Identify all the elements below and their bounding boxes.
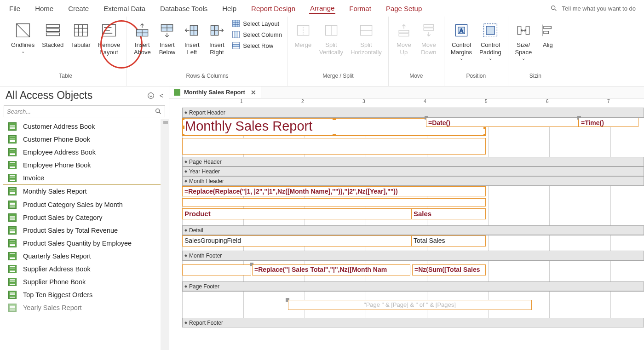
svg-rect-7 (74, 24, 87, 36)
sales-header[interactable]: Sales (411, 208, 486, 219)
svg-rect-6 (46, 33, 59, 35)
grouping-field[interactable]: SalesGroupingField (182, 235, 411, 247)
nav-item[interactable]: Product Category Sales by Month (0, 198, 169, 211)
nav-item[interactable]: Supplier Phone Book (0, 275, 169, 288)
nav-title: All Access Objects (6, 89, 144, 102)
section-year-header[interactable]: Year Header (182, 166, 644, 176)
size-space-button[interactable]: Size/ Space⌄ (512, 18, 535, 63)
menu-page-setup[interactable]: Page Setup (385, 3, 423, 14)
svg-line-3 (16, 24, 29, 37)
close-icon[interactable]: ✕ (251, 89, 256, 96)
svg-rect-44 (399, 34, 409, 36)
section-month-header[interactable]: Month Header (182, 176, 644, 186)
nav-item[interactable]: Product Sales Quantity by Employee (0, 237, 169, 250)
report-icon (8, 252, 17, 260)
control-padding-button[interactable]: Control Padding⌄ (477, 18, 504, 63)
menu-home[interactable]: Home (34, 3, 54, 14)
group-label-sizing: Sizin (529, 73, 541, 79)
pager-field[interactable]: "Page " & [Page] & " of " & [Pages] (288, 300, 532, 310)
nav-item[interactable]: Employee Phone Book (0, 159, 169, 172)
mf-sum-field[interactable]: =Nz(Sum([Total Sales (412, 264, 486, 275)
remove-layout-button[interactable]: Remove Layout (95, 18, 123, 57)
ribbon-group-position: AControl Margins⌄ Control Padding⌄ Posit… (444, 17, 508, 86)
ribbon-group-merge: Merge Split Vertically Split Horizontall… (288, 17, 389, 86)
align-button[interactable]: Alig (537, 18, 559, 51)
total-sales-field[interactable]: Total Sales (411, 235, 486, 247)
tab-monthly-sales[interactable]: Monthly Sales Report ✕ (169, 86, 261, 98)
merge-button[interactable]: Merge (292, 18, 315, 51)
nav-item[interactable]: Supplier Address Book (0, 263, 169, 275)
nav-item[interactable]: Quarterly Sales Report (0, 250, 169, 263)
nav-search-input[interactable] (7, 108, 155, 115)
move-up-button[interactable]: Move Up (392, 18, 415, 57)
insert-left-button[interactable]: Insert Left (180, 18, 203, 57)
control-margins-button[interactable]: AControl Margins⌄ (448, 18, 475, 63)
nav-item[interactable]: Invoice (0, 172, 169, 184)
nav-search[interactable] (4, 105, 165, 117)
group-label-rows: Rows & Columns (186, 73, 229, 79)
spacer-cell[interactable] (182, 198, 486, 207)
select-column-button[interactable]: Select Column (232, 30, 282, 39)
menu-database-tools[interactable]: Database Tools (159, 3, 208, 14)
nav-filter-icon[interactable] (147, 92, 155, 100)
design-surface: Monthly Sales Report ✕ 1 2 3 4 5 6 7 Rep… (169, 86, 644, 350)
section-month-footer[interactable]: Month Footer (182, 251, 644, 260)
tabular-button[interactable]: Tabular (68, 18, 93, 51)
month-formula[interactable]: =Replace(Replace("|1, |2","|1",Nz([Month… (182, 186, 486, 196)
section-report-header[interactable]: Report Header (182, 108, 644, 117)
report-icon (8, 161, 17, 169)
horizontal-ruler: 1 2 3 4 5 6 7 (182, 98, 644, 108)
time-field[interactable]: =Time() (579, 118, 638, 127)
tell-me[interactable]: Tell me what you want to do (550, 5, 636, 12)
nav-scrollbar[interactable]: ▲ (161, 119, 169, 350)
insert-right-button[interactable]: Insert Right (205, 18, 228, 57)
nav-item[interactable]: Customer Address Book (0, 120, 169, 133)
stacked-button[interactable]: Stacked (39, 18, 66, 51)
section-report-footer[interactable]: Report Footer (182, 318, 644, 327)
search-icon (550, 5, 558, 12)
svg-rect-4 (46, 24, 59, 27)
move-down-button[interactable]: Move Down (417, 18, 440, 57)
section-page-footer[interactable]: Page Footer (182, 281, 644, 291)
product-header[interactable]: Product (182, 208, 411, 219)
group-label-table: Table (59, 73, 72, 79)
svg-line-1 (555, 9, 556, 11)
menu-arrange[interactable]: Arrange (309, 2, 335, 14)
report-icon (8, 174, 17, 182)
mf-empty[interactable] (182, 264, 251, 275)
menu-bar: File Home Create External Data Database … (0, 0, 644, 17)
menu-file[interactable]: File (8, 3, 21, 14)
split-vertically-button[interactable]: Split Vertically (316, 18, 346, 57)
gridlines-button[interactable]: Gridlines⌄ (8, 18, 37, 56)
report-canvas[interactable]: Report Header Monthly Sales Report =Date… (182, 108, 644, 350)
svg-rect-53 (526, 26, 529, 34)
report-icon (8, 148, 17, 156)
menu-external-data[interactable]: External Data (103, 3, 146, 14)
insert-below-button[interactable]: Insert Below (155, 18, 178, 57)
nav-item[interactable]: Top Ten Biggest Orders (0, 288, 169, 301)
mf-replace-field[interactable]: =Replace("| Sales Total","|",Nz([Month N… (252, 264, 410, 275)
svg-point-0 (551, 6, 555, 10)
menu-report-design[interactable]: Report Design (250, 3, 296, 14)
nav-item[interactable]: Customer Phone Book (0, 133, 169, 146)
select-layout-button[interactable]: Select Layout (232, 19, 282, 28)
menu-help[interactable]: Help (221, 3, 237, 14)
svg-rect-5 (46, 29, 59, 31)
empty-cell[interactable] (182, 138, 486, 155)
section-detail[interactable]: Detail (182, 225, 644, 235)
select-row-button[interactable]: Select Row (232, 41, 282, 50)
insert-above-button[interactable]: Insert Above (131, 18, 154, 57)
nav-item[interactable]: Employee Address Book (0, 146, 169, 159)
report-icon (8, 201, 17, 209)
nav-item[interactable]: Product Sales by Category (0, 211, 169, 224)
section-page-header[interactable]: Page Header (182, 157, 644, 166)
group-label-merge: Merge / Split (322, 73, 353, 79)
nav-item[interactable]: Yearly Sales Report (0, 301, 169, 314)
split-horizontally-button[interactable]: Split Horizontally (348, 18, 385, 57)
menu-format[interactable]: Format (348, 3, 372, 14)
nav-item[interactable]: Product Sales by Total Revenue (0, 224, 169, 237)
date-field[interactable]: =Date() (426, 118, 579, 127)
menu-create[interactable]: Create (67, 3, 90, 14)
nav-collapse-icon[interactable]: < (160, 92, 163, 99)
nav-item-selected[interactable]: Monthly Sales Report (3, 184, 166, 198)
